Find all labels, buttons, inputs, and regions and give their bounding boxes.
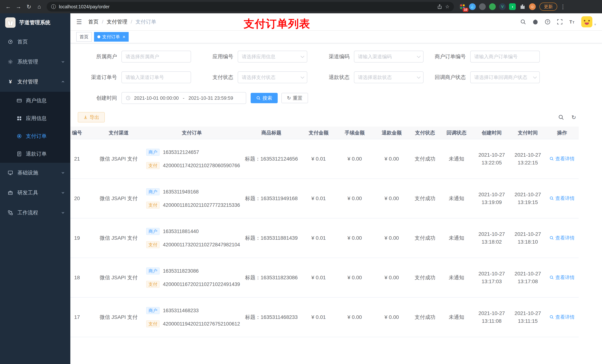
vue-devtools-icon[interactable]: V [499,3,506,10]
sidebar-group-system[interactable]: 系统管理 [0,52,70,72]
tab-pay-order[interactable]: 支付订单 × [94,32,129,42]
merchant-tag: 商户 [146,268,160,274]
forward-icon[interactable]: → [13,1,24,12]
filter-form: 所属商户 应用编号 请选择应用信息 渠道编码 请输入渠道编码 [70,43,602,104]
browser-toolbar: ← → ↻ ⌂ ⓘ localhost:1024/pay/order ☆ 10 … [0,0,602,13]
search-button[interactable]: 搜索 [251,93,278,103]
export-button[interactable]: 导出 [78,112,105,123]
merchant-tag: 商户 [146,228,160,235]
address-bar[interactable]: ⓘ localhost:1024/pay/order ☆ [47,2,454,11]
toggle-search-icon[interactable] [558,114,564,120]
channel-order-no-input[interactable] [121,71,191,83]
extensions-puzzle-icon[interactable] [519,3,526,10]
close-icon[interactable]: × [123,34,125,40]
filter-field-channel-order-no: 渠道订单号 [75,71,191,83]
font-size-icon[interactable]: TT [569,19,575,25]
pay-date: 2021-10-27 [512,310,544,317]
github-icon[interactable] [532,19,538,25]
col-pay-order: 支付订单 [142,126,242,139]
merchant-order-no-input[interactable] [470,51,540,62]
sidebar-item-label: 首页 [17,38,65,45]
cell-create-time: 2021-10-27 13:18:02 [473,218,510,258]
view-details-link[interactable]: 查看详情 [549,314,575,320]
sidebar-item-pay-order[interactable]: 支付订单 [0,127,70,145]
view-details-link[interactable]: 查看详情 [549,274,575,281]
reset-button-label: 重置 [293,95,302,101]
sidebar-item-app-info[interactable]: 应用信息 [0,110,70,127]
create-time-range-picker[interactable]: 2021-10-01 00:00:00 - 2021-10-31 23:59:5… [121,92,246,104]
cell-fee: ¥ 0.00 [336,218,373,258]
cell-channel: 微信 JSAPI 支付 [96,179,142,218]
sidebar-toggle-icon[interactable]: ☰ [76,18,82,26]
cell-fee: ¥ 0.00 [336,297,373,337]
view-details-link[interactable]: 查看详情 [549,156,575,162]
dark-extension-icon[interactable] [479,3,486,10]
view-details-link[interactable]: 查看详情 [549,195,575,202]
refund-status-select[interactable]: 请选择退款状态 [354,71,424,83]
green-extension-icon[interactable] [489,3,496,10]
drop-extension-icon[interactable]: 💧 [469,3,476,10]
browser-menu-icon[interactable]: ⋮ [560,3,566,10]
avatar-caret-icon[interactable]: ▾ [594,22,596,27]
chevron-down-icon [417,75,420,79]
view-details-link[interactable]: 查看详情 [549,235,575,241]
breadcrumb-item[interactable]: 支付管理 [107,18,127,25]
chevron-up-icon [61,80,65,84]
breadcrumb-item[interactable]: 首页 [88,18,98,25]
channel-code-select[interactable]: 请输入渠道编码 [354,51,424,62]
refresh-table-icon[interactable]: ↻ [571,114,576,121]
wechat-devtools-icon[interactable]: ◖ [509,3,516,10]
sidebar-item-label: 商户信息 [26,97,65,104]
url-text[interactable]: localhost:1024/pay/order [59,4,434,10]
chevron-down-icon [61,210,65,215]
create-date: 2021-10-27 [475,191,509,198]
pay-status-select[interactable]: 请选择支付状态 [238,71,307,83]
share-icon[interactable] [437,4,442,9]
sidebar-logo[interactable]: 芋道管理系统 [0,13,70,32]
create-time: 13:11:08 [475,317,509,325]
sidebar-group-dev-tools[interactable]: 研发工具 [0,183,70,203]
filter-field-create-time: 创建时间 2021-10-01 00:00:00 - 2021-10-31 23… [75,92,246,104]
reset-button[interactable]: ↻ 重置 [281,93,308,103]
cell-status: 支付成功 [410,258,440,297]
extension-grid-icon[interactable]: 10 [459,3,466,10]
search-icon [549,156,554,161]
select-placeholder: 请选择应用信息 [242,53,275,60]
orders-table: 编号 支付渠道 支付订单 商品标题 支付金额 手续金额 退款金额 支付状态 回调… [70,126,602,353]
reload-icon[interactable]: ↻ [24,1,34,12]
app-no-select[interactable]: 请选择应用信息 [238,51,307,62]
date-end[interactable]: 2021-10-31 23:59:59 [188,95,233,101]
filter-label: 创建时间 [75,94,117,102]
help-icon[interactable]: ? [545,19,550,25]
date-separator: - [182,95,185,101]
sidebar-group-payment[interactable]: ¥ 支付管理 [0,72,70,92]
sidebar-item-home[interactable]: 首页 [0,32,70,52]
filter-label: 应用编号 [192,53,233,60]
user-avatar[interactable] [581,16,592,27]
sidebar-item-refund-order[interactable]: 退款订单 [0,145,70,163]
back-icon[interactable]: ← [3,1,13,12]
merchant-input[interactable] [121,51,191,62]
search-icon[interactable] [520,19,526,25]
sidebar-item-merchant-info[interactable]: 商户信息 [0,92,70,110]
tab-home[interactable]: 首页 [76,32,92,42]
cell-refund: ¥ 0.00 [373,218,410,258]
table-row: 19 微信 JSAPI 支付 商户 1635311881440 支付 [70,218,579,258]
notify-status-select[interactable]: 请选择订单回调商户状态 [470,71,540,83]
chevron-down-icon [61,171,65,175]
sidebar-group-workflow[interactable]: 工作流程 [0,203,70,223]
cell-amount: ¥ 0.01 [301,258,336,297]
cell-title: 标题：1635311823086 [242,258,301,297]
bookmark-star-icon[interactable]: ☆ [445,4,450,10]
date-start[interactable]: 2021-10-01 00:00:00 [134,95,179,101]
filter-field-merchant-order-no: 商户订单编号 [424,51,540,62]
filter-field-app-no: 应用编号 请选择应用信息 [192,51,307,62]
fullscreen-icon[interactable] [557,19,563,25]
browser-update-button[interactable]: 更新 [539,3,557,11]
sidebar-group-infrastructure[interactable]: 基础设施 [0,163,70,183]
svg-text:?: ? [547,20,548,24]
profile-avatar-icon[interactable]: ☺ [529,3,536,10]
site-info-icon[interactable]: ⓘ [51,3,56,10]
col-refund: 退款金额 [373,126,410,139]
home-icon[interactable]: ⌂ [34,1,44,12]
